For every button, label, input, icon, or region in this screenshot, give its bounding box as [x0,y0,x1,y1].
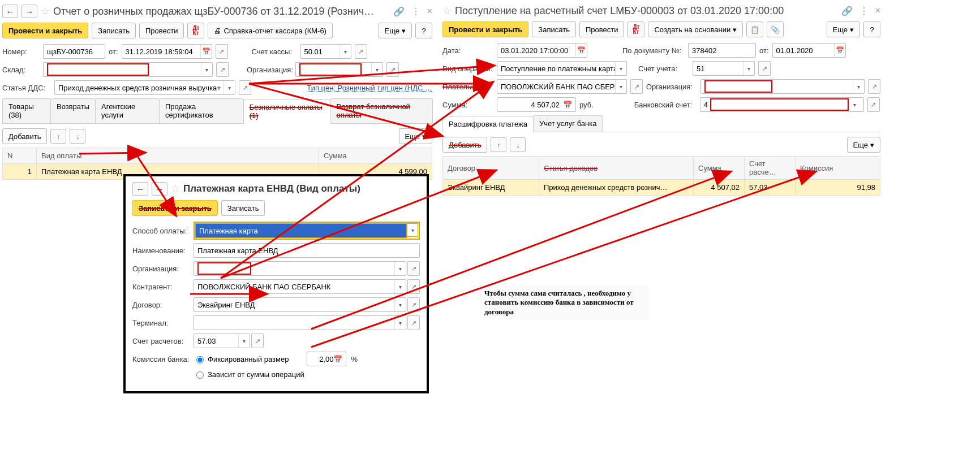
subbar-more-button[interactable]: Еще ▾ [399,128,432,144]
attach-button[interactable]: 📎 [767,21,784,37]
counterparty-open-button[interactable]: ↗ [407,279,420,294]
save-button[interactable]: Записать [221,200,265,216]
link-icon[interactable]: 🔗 [393,6,405,17]
counterparty-input[interactable]: ПОВОЛЖСКИЙ БАНК ПАО СБЕРБАНК▾ [194,279,406,294]
chevron-down-icon[interactable]: ▾ [394,316,406,330]
cash-account-open-button[interactable]: ↗ [355,44,367,59]
chevron-down-icon[interactable]: ▾ [394,262,406,275]
save-button[interactable]: Записать [532,21,576,37]
forward-button[interactable]: → [22,5,37,18]
sum-input[interactable]: 4 507,02 📅 [497,97,576,112]
org-open-button[interactable]: ↗ [407,261,420,276]
commission-value-input[interactable]: 2,00 📅 [307,352,346,366]
chevron-down-icon[interactable]: ▾ [615,80,626,93]
commission-fixed-radio[interactable]: Фиксированный размер [194,354,289,363]
chevron-down-icon[interactable]: ▾ [743,62,754,75]
subbar-more-button[interactable]: Еще ▾ [847,137,880,153]
tab-returns[interactable]: Возвраты [50,98,96,123]
price-type-link[interactable]: Тип цен: Розничный тип цен (НДС … [307,84,432,92]
help-button[interactable]: ? [863,21,880,37]
chevron-down-icon[interactable]: ▾ [238,334,250,348]
date-input[interactable]: 03.01.2020 17:00:00📅 [497,43,587,58]
chevron-down-icon[interactable]: ▾ [849,98,860,111]
acct-open-button[interactable]: ↗ [251,334,264,348]
favorite-icon[interactable]: ☆ [171,183,180,195]
chevron-down-icon[interactable]: ▾ [407,223,418,237]
cash-account-input[interactable]: 50.01▾ [300,44,351,59]
dds-open-button[interactable]: ↗ [239,80,251,95]
post-button[interactable]: Провести [579,21,625,37]
bank-acct-open-button[interactable]: ↗ [867,97,880,112]
radio-input[interactable] [196,356,204,363]
calendar-icon[interactable]: 📅 [200,45,212,58]
tab-cashless[interactable]: Безналичные оплаты (1) [243,99,331,124]
terminal-input[interactable]: ▾ [194,315,406,330]
chevron-down-icon[interactable]: ▾ [853,80,864,93]
close-icon[interactable]: × [427,6,432,16]
back-button[interactable]: ← [132,182,148,196]
radio-input[interactable] [196,371,204,379]
chevron-down-icon[interactable]: ▾ [371,63,382,76]
date-ext-button[interactable]: ↗ [216,44,228,59]
tab-bank-services[interactable]: Учет услуг банка [533,115,603,132]
link-icon[interactable]: 🔗 [841,6,853,16]
contract-input[interactable]: Эквайринг ЕНВД▾ [194,297,406,312]
org-open-button[interactable]: ↗ [386,62,399,77]
org-input[interactable]: ▾ [194,261,406,276]
contract-open-button[interactable]: ↗ [407,297,420,312]
calendar-icon[interactable]: 📅 [575,44,587,57]
terminal-open-button[interactable]: ↗ [407,315,420,330]
warehouse-input[interactable]: ▾ [43,62,213,77]
more-button[interactable]: Еще ▾ [827,21,860,37]
tab-agent[interactable]: Агентские услуги [95,98,160,123]
kebab-icon[interactable]: ⋮ [411,6,420,17]
dds-input[interactable]: Приход денежных средств розничная выручк… [54,80,235,95]
org-open-button[interactable]: ↗ [868,79,880,94]
from-date-input[interactable]: 01.01.2020📅 [772,43,846,58]
org-input[interactable]: ▾ [700,79,865,94]
move-down-button[interactable]: ↓ [70,129,85,144]
dtdt-button[interactable]: ДтКт [627,21,644,37]
bank-acct-input[interactable]: 4▾ [700,97,864,112]
payer-input[interactable]: ПОВОЛЖСКИЙ БАНК ПАО СБЕРБАН▾ [497,79,627,94]
chevron-down-icon[interactable]: ▾ [223,81,235,94]
acct-input[interactable]: 57.03▾ [194,334,250,348]
kebab-icon[interactable]: ⋮ [859,6,869,16]
save-button[interactable]: Записать [92,23,136,38]
move-up-button[interactable]: ↑ [50,129,66,144]
payer-open-button[interactable]: ↗ [630,79,643,94]
chevron-down-icon[interactable]: ▾ [394,298,406,311]
acct-input[interactable]: 51▾ [693,61,755,76]
save-close-button[interactable]: Записать и закрыть [132,200,218,216]
forward-button[interactable]: → [152,182,167,196]
favorite-icon[interactable]: ☆ [41,5,50,18]
doc-num-input[interactable]: 378402 [688,43,756,58]
org-input[interactable]: ▾ [295,62,383,77]
favorite-icon[interactable]: ☆ [442,5,452,17]
more-button[interactable]: Еще ▾ [379,23,412,38]
chevron-down-icon[interactable]: ▾ [339,45,351,58]
chevron-down-icon[interactable]: ▾ [201,63,212,76]
move-up-button[interactable]: ↑ [491,137,506,152]
chevron-down-icon[interactable]: ▾ [615,62,626,75]
post-button[interactable]: Провести [139,23,184,38]
commission-depends-radio[interactable]: Зависит от суммы операций [194,370,304,379]
back-button[interactable]: ← [2,5,18,18]
method-select[interactable]: Платежная карта [195,223,407,238]
calendar-icon[interactable]: 📅 [834,44,845,57]
add-button[interactable]: Добавить [442,137,487,153]
chevron-down-icon[interactable]: ▾ [394,280,406,293]
table-row[interactable]: Эквайринг ЕНВД Приход денежных средств р… [443,180,880,196]
add-button[interactable]: Добавить [2,128,47,144]
warehouse-open-button[interactable]: ↗ [216,62,229,77]
cashier-report-button[interactable]: 🖨 Справка-отчет кассира (КМ-6) [208,23,333,38]
acct-open-button[interactable]: ↗ [758,61,771,76]
op-input[interactable]: Поступление по платежным картам▾ [497,61,627,76]
tab-certs[interactable]: Продажа сертификатов [159,98,244,123]
create-based-button[interactable]: Создать на основании ▾ [648,21,743,37]
post-close-button[interactable]: Провести и закрыть [442,21,528,37]
name-input[interactable]: Платежная карта ЕНВД [194,243,420,258]
move-down-button[interactable]: ↓ [510,137,526,152]
dtdt-button[interactable]: ДтКт [187,23,204,38]
date-input[interactable]: 31.12.2019 18:59:04📅 [122,44,212,59]
